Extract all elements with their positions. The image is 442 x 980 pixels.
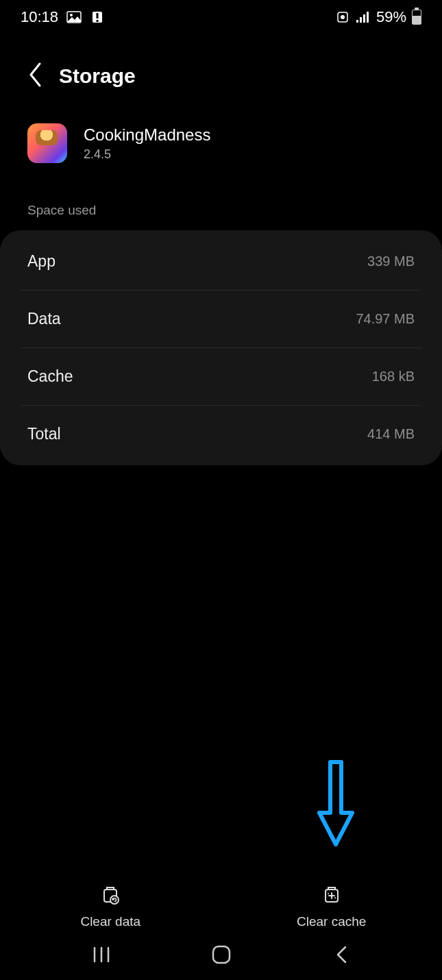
app-info-row: CookingMadness 2.4.5: [0, 111, 442, 191]
home-icon: [211, 944, 232, 965]
svg-point-16: [328, 893, 329, 894]
status-left: 10:18: [21, 8, 105, 26]
row-app-label: App: [27, 252, 56, 271]
chevron-left-icon: [27, 62, 42, 88]
row-total-label: Total: [27, 425, 61, 443]
row-app-value: 339 MB: [367, 254, 415, 269]
data-saver-icon: [335, 11, 350, 23]
svg-rect-4: [97, 20, 99, 22]
section-label: Space used: [0, 191, 442, 226]
app-icon: [27, 123, 67, 163]
svg-rect-7: [356, 20, 358, 23]
back-button[interactable]: [27, 62, 42, 90]
clear-data-button[interactable]: Clear data: [0, 884, 221, 929]
clear-cache-button[interactable]: Clear cache: [221, 884, 443, 929]
status-right: 59%: [335, 8, 421, 26]
signal-icon: [356, 11, 371, 23]
svg-rect-9: [363, 14, 365, 23]
battery-icon: [412, 10, 421, 25]
row-cache-value: 168 kB: [372, 369, 415, 384]
svg-point-1: [70, 14, 73, 16]
row-data: Data 74.97 MB: [21, 290, 421, 347]
row-data-value: 74.97 MB: [356, 311, 415, 327]
image-icon: [66, 11, 82, 23]
nav-bar: [0, 929, 442, 980]
clear-cache-icon: [321, 884, 343, 906]
app-name: CookingMadness: [84, 125, 210, 145]
row-app: App 339 MB: [0, 230, 442, 290]
status-time: 10:18: [21, 8, 58, 26]
clear-cache-label: Clear cache: [297, 914, 366, 929]
row-data-label: Data: [27, 310, 61, 328]
nav-back-button[interactable]: [329, 942, 354, 967]
nav-chevron-left-icon: [334, 944, 348, 965]
row-total-value: 414 MB: [367, 426, 415, 442]
nav-recents-button[interactable]: [89, 942, 114, 967]
svg-rect-3: [97, 13, 99, 19]
app-version: 2.4.5: [84, 147, 210, 162]
row-cache: Cache 168 kB: [21, 347, 421, 405]
header: Storage: [0, 34, 442, 111]
clear-data-label: Clear data: [80, 914, 140, 929]
recents-icon: [92, 946, 111, 963]
alert-icon: [90, 11, 105, 23]
svg-point-6: [341, 15, 345, 19]
status-bar: 10:18 59%: [0, 0, 442, 34]
nav-home-button[interactable]: [209, 942, 234, 967]
annotation-arrow-icon: [317, 759, 355, 847]
battery-text: 59%: [376, 8, 406, 26]
svg-rect-21: [213, 946, 230, 963]
svg-point-17: [334, 897, 336, 898]
page-title: Storage: [59, 64, 136, 88]
app-text: CookingMadness 2.4.5: [84, 125, 210, 162]
svg-rect-8: [360, 17, 362, 23]
row-cache-label: Cache: [27, 367, 73, 386]
space-used-card: App 339 MB Data 74.97 MB Cache 168 kB To…: [0, 230, 442, 465]
clear-data-icon: [99, 884, 121, 906]
bottom-actions: Clear data Clear cache: [0, 884, 442, 929]
svg-rect-10: [367, 12, 369, 23]
row-total: Total 414 MB: [21, 405, 421, 465]
